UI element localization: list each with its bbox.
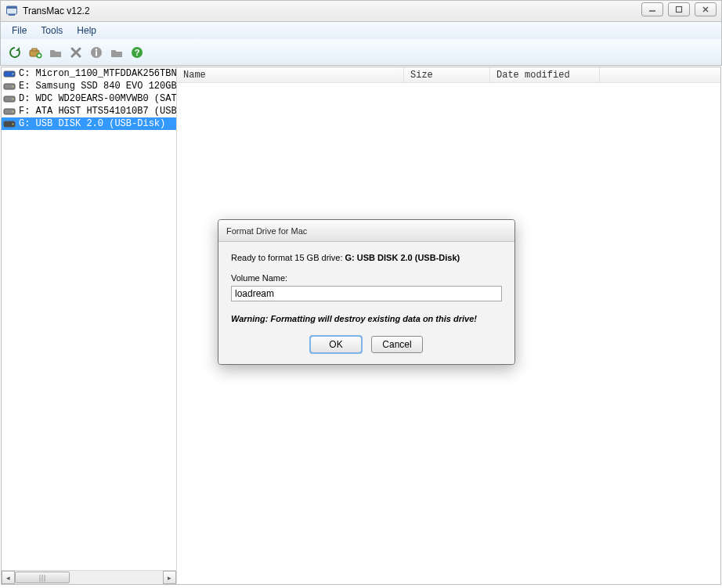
delete-icon[interactable] (68, 45, 84, 60)
dialog-warning: Warning: Formatting will destroy existin… (231, 314, 502, 323)
menu-help[interactable]: Help (70, 23, 103, 38)
drive-label: D: WDC WD20EARS-00MVWB0 (SATA-D (19, 92, 176, 105)
window-maximize-button[interactable] (668, 2, 690, 16)
drive-row[interactable]: D: WDC WD20EARS-00MVWB0 (SATA-D (2, 92, 176, 105)
svg-rect-4 (677, 7, 682, 13)
scroll-track[interactable] (15, 571, 163, 584)
drive-tree[interactable]: C: Micron_1100_MTFDDAK256TBN (SE: Samsun… (2, 67, 176, 570)
drive-label: C: Micron_1100_MTFDDAK256TBN (S (19, 67, 176, 80)
cancel-button[interactable]: Cancel (371, 336, 423, 353)
scroll-right-button[interactable]: ▸ (163, 571, 176, 584)
svg-point-22 (13, 99, 14, 100)
scroll-left-button[interactable]: ◂ (2, 571, 15, 584)
app-icon (5, 5, 18, 17)
volume-name-input[interactable] (231, 286, 502, 301)
dialog-ready-line: Ready to format 15 GB drive: G: USB DISK… (231, 253, 502, 262)
drive-icon (3, 119, 16, 128)
svg-rect-1 (7, 6, 17, 9)
drive-row[interactable]: F: ATA HGST HTS541010B7 (USB-Dis (2, 105, 176, 117)
folder-icon[interactable] (48, 45, 63, 60)
volume-name-label: Volume Name: (231, 273, 502, 283)
svg-text:?: ? (135, 48, 140, 57)
toolbar: ? (0, 39, 722, 66)
drive-label: F: ATA HGST HTS541010B7 (USB-Dis (19, 105, 176, 117)
drive-label: G: USB DISK 2.0 (USB-Disk) (19, 117, 165, 130)
dialog-ready-drive: G: USB DISK 2.0 (USB-Disk) (345, 253, 460, 262)
window-title: TransMac v12.2 (23, 5, 90, 16)
dialog-ready-prefix: Ready to format 15 GB drive: (231, 253, 345, 262)
dialog-title: Format Drive for Mac (218, 220, 514, 242)
window-close-button[interactable] (695, 2, 717, 16)
svg-rect-14 (96, 51, 97, 56)
menubar: File Tools Help (0, 22, 722, 39)
help-icon[interactable]: ? (129, 45, 145, 60)
menu-tools[interactable]: Tools (34, 23, 69, 38)
drive-row[interactable]: E: Samsung SSD 840 EVO 120GB (S (2, 80, 176, 92)
svg-point-13 (96, 49, 97, 50)
scroll-thumb[interactable] (15, 572, 70, 583)
format-drive-dialog: Format Drive for Mac Ready to format 15 … (218, 219, 515, 365)
column-date[interactable]: Date modified (490, 67, 600, 82)
svg-point-18 (13, 74, 14, 75)
svg-point-26 (13, 124, 14, 125)
refresh-icon[interactable] (7, 45, 23, 60)
drive-icon (3, 81, 16, 91)
drive-row[interactable]: C: Micron_1100_MTFDDAK256TBN (S (2, 67, 176, 80)
svg-rect-8 (32, 49, 37, 51)
ok-button[interactable]: OK (310, 336, 362, 353)
svg-point-24 (13, 111, 14, 113)
tree-horizontal-scrollbar[interactable]: ◂ ▸ (2, 570, 176, 584)
drive-icon (3, 106, 16, 116)
drive-row[interactable]: G: USB DISK 2.0 (USB-Disk) (2, 117, 176, 130)
drive-tree-pane: C: Micron_1100_MTFDDAK256TBN (SE: Samsun… (2, 67, 177, 584)
svg-point-20 (13, 86, 14, 88)
window-titlebar: TransMac v12.2 (0, 0, 722, 22)
column-headers: Name Size Date modified (177, 67, 720, 83)
svg-rect-2 (9, 14, 15, 16)
copy-icon[interactable] (109, 45, 125, 60)
drive-label: E: Samsung SSD 840 EVO 120GB (S (19, 80, 176, 92)
window-minimize-button[interactable] (641, 2, 663, 16)
drive-icon (3, 69, 16, 78)
drive-icon (3, 94, 16, 103)
column-spacer (600, 67, 720, 82)
info-icon[interactable] (88, 45, 104, 60)
column-name[interactable]: Name (177, 67, 404, 82)
add-drive-icon[interactable] (27, 45, 43, 60)
column-size[interactable]: Size (404, 67, 490, 82)
menu-file[interactable]: File (5, 23, 33, 38)
